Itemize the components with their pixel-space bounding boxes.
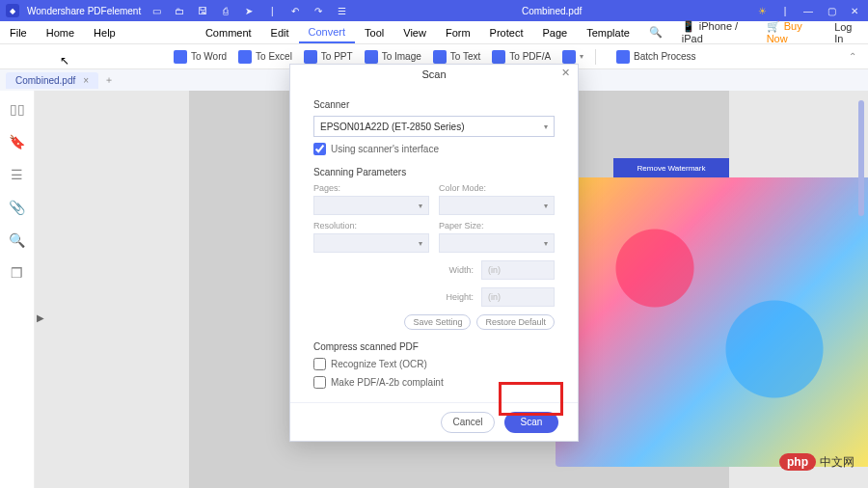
pdfa-icon xyxy=(492,50,505,64)
resolution-select[interactable]: ▾ xyxy=(313,233,429,253)
maximize-icon[interactable]: ▢ xyxy=(824,6,839,16)
menu-view[interactable]: View xyxy=(393,21,436,43)
new-tab-icon[interactable]: ＋ xyxy=(104,73,114,87)
php-pill: php xyxy=(779,453,816,471)
save-icon[interactable]: 🖫 xyxy=(195,6,210,16)
redo-icon[interactable]: ↷ xyxy=(311,6,326,16)
height-input[interactable]: (in) xyxy=(481,287,555,307)
php-text: 中文网 xyxy=(820,454,854,471)
tool-batch[interactable]: Batch Process xyxy=(616,50,695,64)
sep2-icon: | xyxy=(777,6,793,16)
tab-label: Combined.pdf xyxy=(15,75,75,86)
cancel-button[interactable]: Cancel xyxy=(441,412,495,433)
papersize-select[interactable]: ▾ xyxy=(439,233,555,253)
menu-bar: File Home Help Comment Edit Convert Tool… xyxy=(0,21,868,44)
folder-icon[interactable]: 🗀 xyxy=(172,6,187,16)
document-tab[interactable]: Combined.pdf × xyxy=(6,72,98,89)
more-tool-icon xyxy=(562,50,576,64)
tool-to-text[interactable]: To Text xyxy=(433,50,481,64)
tool-to-excel[interactable]: To Excel xyxy=(238,50,292,64)
attachment-icon[interactable]: 📎 xyxy=(9,199,26,216)
menu-comment[interactable]: Comment xyxy=(196,21,261,43)
minimize-icon[interactable]: — xyxy=(800,6,816,16)
app-icon: ◆ xyxy=(6,4,19,17)
tool-to-image[interactable]: To Image xyxy=(365,50,421,64)
scroll-thumb[interactable] xyxy=(858,100,864,216)
text-icon xyxy=(433,50,447,64)
iphone-link[interactable]: 📱iPhone / iPad xyxy=(672,20,757,44)
menu-protect[interactable]: Protect xyxy=(480,21,533,43)
menu-convert[interactable]: Convert xyxy=(299,21,356,43)
save-setting-button[interactable]: Save Setting xyxy=(404,314,471,330)
dialog-close-icon[interactable]: ✕ xyxy=(561,67,570,79)
ppt-icon xyxy=(304,50,317,64)
tool-to-pdfa[interactable]: To PDF/A xyxy=(492,50,551,64)
colormode-select[interactable]: ▾ xyxy=(439,196,555,215)
doc-title: Combined.pdf xyxy=(357,6,746,16)
compress-section-label: Compress scanned PDF xyxy=(313,341,555,352)
menu-page[interactable]: Page xyxy=(532,21,577,43)
list-icon[interactable]: ☰ xyxy=(9,166,26,183)
pages-select[interactable]: ▾ xyxy=(313,196,429,215)
menu-help[interactable]: Help xyxy=(84,21,125,43)
dialog-title: Scan xyxy=(421,68,446,80)
sep-icon: | xyxy=(264,6,280,16)
ocr-checkbox[interactable]: Recognize Text (OCR) xyxy=(313,358,555,370)
undo-icon[interactable]: ↶ xyxy=(287,6,303,16)
menu-template[interactable]: Template xyxy=(577,21,639,43)
pages-label: Pages: xyxy=(313,183,429,193)
side-panel: ▯▯ 🔖 ☰ 📎 🔍 ❒ xyxy=(0,91,35,488)
tool-to-ppt[interactable]: To PPT xyxy=(304,50,353,64)
scanner-select[interactable]: EPSON01A22D (ET-2850 Series) ▾ xyxy=(313,116,555,137)
scanner-section-label: Scanner xyxy=(313,99,555,110)
send-icon[interactable]: ➤ xyxy=(241,6,257,16)
tool-more[interactable]: ▾ xyxy=(562,50,583,64)
chevron-down-icon: ▾ xyxy=(544,122,548,131)
more-icon[interactable]: ☰ xyxy=(334,6,349,16)
excel-icon xyxy=(238,50,252,64)
height-label: Height: xyxy=(431,292,474,302)
app-name: Wondershare PDFelement xyxy=(27,6,141,16)
close-window-icon[interactable]: ✕ xyxy=(847,6,862,16)
print-icon[interactable]: ⎙ xyxy=(218,6,233,16)
dialog-header: Scan ✕ xyxy=(290,65,578,84)
papersize-label: Paper Size: xyxy=(439,221,555,230)
width-label: Width: xyxy=(431,265,474,275)
thumbnails-icon[interactable]: ▯▯ xyxy=(9,100,26,118)
pdfa-input[interactable] xyxy=(313,376,326,389)
ocr-input[interactable] xyxy=(313,358,326,370)
resolution-label: Resolution: xyxy=(313,221,429,230)
menu-tool[interactable]: Tool xyxy=(355,21,393,43)
remove-watermark-banner[interactable]: Remove Watermark xyxy=(613,158,729,177)
image-icon xyxy=(365,50,378,64)
menu-home[interactable]: Home xyxy=(37,21,84,43)
batch-icon xyxy=(616,50,630,64)
layers-icon[interactable]: ❒ xyxy=(9,264,26,282)
vertical-scrollbar[interactable] xyxy=(858,91,866,488)
title-bar: ◆ Wondershare PDFelement ▭ 🗀 🖫 ⎙ ➤ | ↶ ↷… xyxy=(0,0,868,21)
search-side-icon[interactable]: 🔍 xyxy=(9,231,26,249)
login-link[interactable]: Log In xyxy=(825,21,868,44)
use-interface-checkbox[interactable]: Using scanner's interface xyxy=(313,143,555,155)
buy-now-link[interactable]: 🛒Buy Now xyxy=(757,20,825,44)
menu-edit[interactable]: Edit xyxy=(261,21,299,43)
expand-panel-icon[interactable]: ▶ xyxy=(37,312,44,323)
use-interface-input[interactable] xyxy=(313,143,326,155)
menu-file[interactable]: File xyxy=(0,21,37,43)
restore-default-button[interactable]: Restore Default xyxy=(476,314,555,330)
watermark-logo: php 中文网 xyxy=(779,453,854,471)
params-section-label: Scanning Parameters xyxy=(313,167,555,177)
highlight-box xyxy=(499,382,563,416)
menu-search-icon[interactable]: 🔍 xyxy=(639,21,672,43)
word-icon xyxy=(174,50,187,64)
sun-icon[interactable]: ☀ xyxy=(754,6,770,16)
collapse-ribbon-icon[interactable]: ⌃ xyxy=(849,51,856,62)
colormode-label: Color Mode: xyxy=(439,183,555,193)
bookmark-icon[interactable]: 🔖 xyxy=(9,133,26,150)
menu-form[interactable]: Form xyxy=(436,21,480,43)
tool-to-word[interactable]: To Word xyxy=(174,50,227,64)
document-content-image xyxy=(556,177,868,467)
tab-close-icon[interactable]: × xyxy=(83,75,89,86)
width-input[interactable]: (in) xyxy=(481,260,555,280)
open-icon[interactable]: ▭ xyxy=(149,6,164,16)
